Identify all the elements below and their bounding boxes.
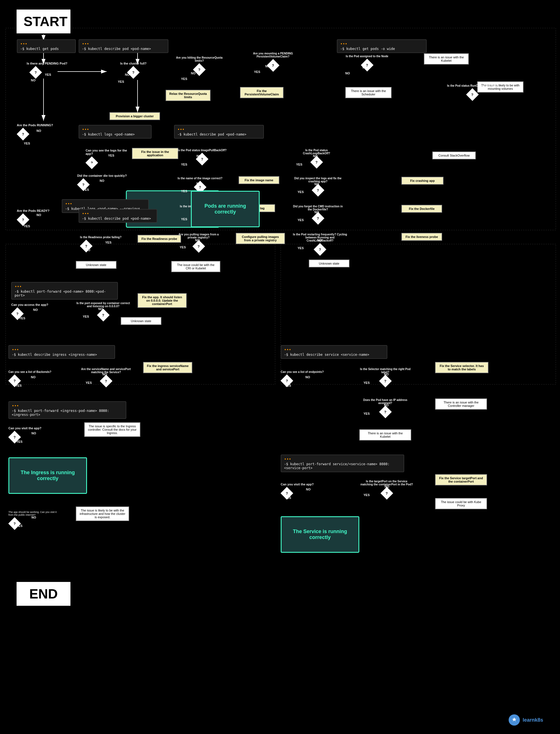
logo-text: learnk8s xyxy=(523,717,543,723)
yes-cluster: YES xyxy=(118,80,124,83)
yes-died: YES xyxy=(83,188,89,191)
yes-pullback: YES xyxy=(181,163,187,166)
no-restart: NO xyxy=(317,239,322,242)
action-provision-cluster: Provision a bigger cluster xyxy=(109,112,160,120)
no-pending: NO xyxy=(31,79,36,82)
cmd-port-forward: -$ kubectl port-forward <pod-name> 8080:… xyxy=(11,282,118,300)
action-fix-readiness: Fix the Readiness probe xyxy=(138,235,181,243)
no-inspected: NO xyxy=(314,182,319,186)
no-crash: NO xyxy=(313,154,318,158)
cmd-get-pods: -$ kubectl get pods xyxy=(17,39,76,53)
yes-cmd: YES xyxy=(298,218,304,222)
info-ingress-controller: The issue is specific to the Ingress con… xyxy=(84,422,140,437)
info-issue-kubelet: There is an issue with the Kubelet xyxy=(424,53,469,65)
cmd-describe-pod-top: -$ kubectl describe pod <pod-name> xyxy=(79,39,168,53)
decision-private-registry: Are you pulling images from a private re… xyxy=(174,233,223,253)
no-logs: NO xyxy=(91,163,96,166)
action-fix-listen: Fix the app. It should listen on 0.0.0.0… xyxy=(138,293,187,308)
no-target: NO xyxy=(385,485,389,488)
action-fix-pvc: Fix the PersistentVolumeClaim xyxy=(240,87,284,98)
no-endpoints: NO xyxy=(305,375,310,379)
no-backends: NO xyxy=(31,375,36,379)
action-fix-service-port: Fix the Service targetPort and the conta… xyxy=(435,474,487,485)
yes-svcname: YES xyxy=(86,381,92,384)
yes-readiness: YES xyxy=(105,241,111,244)
no-readiness: NO xyxy=(86,248,90,252)
decision-access-app: Can you access the app? ? xyxy=(11,303,56,320)
info-unknown-state-1: Unknown state xyxy=(309,260,349,268)
info-cri-kubelet: The issue could be with the CRI or Kubel… xyxy=(171,261,220,272)
yes-crash: YES xyxy=(296,163,302,166)
logo: learnk8s xyxy=(509,714,543,726)
no-registry: NO xyxy=(195,239,200,242)
no-visit-ingress: NO xyxy=(31,431,36,435)
no-cmd: NO xyxy=(314,211,319,214)
cmd-get-pods-wide: -$ kubectl get pods -o wide xyxy=(337,39,427,53)
action-fix-ingress: Fix the ingress serviceName and serviceP… xyxy=(143,362,192,373)
info-infra: The issue is likely to be with the infra… xyxy=(76,506,129,521)
yes-tag: YES xyxy=(181,218,187,221)
yes-inspected: YES xyxy=(298,190,304,194)
yes-visit-ingress: YES xyxy=(16,440,22,443)
yes-running: YES xyxy=(24,142,30,145)
yes-quota: YES xyxy=(181,77,187,81)
info-kube-proxy: The issue could be with Kube Proxy xyxy=(435,498,487,509)
decision-resource-quota: Are you hitting the ResourceQuota limits… xyxy=(174,56,225,76)
yes-backends: YES xyxy=(15,384,22,387)
no-svcname: NO xyxy=(102,372,107,376)
no-quota: NO xyxy=(191,72,196,75)
no-public: NO xyxy=(31,516,36,519)
yes-restart: YES xyxy=(298,246,304,250)
yes-target: YES xyxy=(364,493,370,497)
yes-visit-service: YES xyxy=(285,496,291,499)
yes-ready: YES xyxy=(24,225,30,228)
no-pvc: NO xyxy=(265,65,270,68)
flowchart-container: START -$ kubectl get pods -$ kubectl des… xyxy=(0,0,560,734)
yes-access: YES xyxy=(19,317,25,320)
no-running: NO xyxy=(36,129,41,132)
result-service-running: The Service is running correctly xyxy=(281,516,359,553)
cmd-port-forward-service: -$ kubectl port-forward service/<service… xyxy=(281,454,404,472)
cmd-describe-pod-mid: -$ kubectl describe pod <pod-name> xyxy=(174,125,264,139)
no-pullback: NO xyxy=(196,154,201,158)
info-kubelet2: There is an issue with the Kubelet xyxy=(359,429,411,440)
decision-mounting-pvc: Are you mounting a PENDING PersistentVol… xyxy=(247,52,299,72)
cmd-port-forward-ingress: -$ kubectl port-forward <ingress-pod-nam… xyxy=(8,401,126,419)
yes-selector: YES xyxy=(364,381,370,384)
no-port: NO xyxy=(98,307,103,311)
decision-visit-ingress: Can you visit the app? ? xyxy=(8,426,55,443)
yes-pending: YES xyxy=(45,73,51,76)
yes-pvc: YES xyxy=(254,70,260,74)
action-relax-quota: Relax the ResourceQuota limits xyxy=(166,90,211,101)
cmd-describe-ingress: -$ kubectl describe ingress <ingress-nam… xyxy=(8,345,115,359)
yes-registry: YES xyxy=(180,246,186,249)
no-selector: NO xyxy=(384,372,389,376)
info-stackoverflow: Consult StackOverflow xyxy=(432,152,476,159)
cmd-describe-service: -$ kubectl describe service <service-nam… xyxy=(281,345,387,359)
info-issue-scheduler: There is an issue with the Scheduler xyxy=(345,87,392,98)
result-ingress-running: The Ingress is running correctly xyxy=(8,457,87,494)
yes-podip: YES xyxy=(364,412,370,415)
cmd-logs: -$ kubectl logs <pod-name> xyxy=(79,125,152,139)
action-fix-image-name: Fix the image name xyxy=(239,176,279,184)
action-fix-crashing: Fix crashing app xyxy=(401,177,444,185)
result-pods-running: Pods are running correctly xyxy=(191,191,260,227)
action-fix-selector: Fix the Service selector. It has to matc… xyxy=(435,362,488,373)
yes-port: YES xyxy=(83,315,89,318)
end-box: END xyxy=(15,581,72,607)
decision-cluster-full: Is the cluster full? ? xyxy=(109,62,157,79)
decision-pod-restarting: Is the Pod restarting frequently? Cyclin… xyxy=(292,233,348,256)
no-died: NO xyxy=(100,179,104,182)
info-unknown-state-2: Unknown state xyxy=(76,261,116,269)
info-unknown-port: Unknown state xyxy=(121,317,161,325)
info-controller: There is an issue with the Controller ma… xyxy=(435,398,487,410)
action-fix-dockerfile: Fix the Dockerfile xyxy=(401,205,442,213)
decision-pods-ready: Are the Pods READY? ? xyxy=(17,209,63,226)
no-assigned: NO xyxy=(345,72,350,75)
no-cluster: NO xyxy=(125,73,130,76)
yes-public: YES xyxy=(16,524,22,527)
no-visit-service: NO xyxy=(306,488,311,491)
no-imgname: NO xyxy=(196,182,201,185)
start-box: START xyxy=(15,8,72,35)
action-fix-liveness: Fix the liveness probe xyxy=(401,233,442,241)
